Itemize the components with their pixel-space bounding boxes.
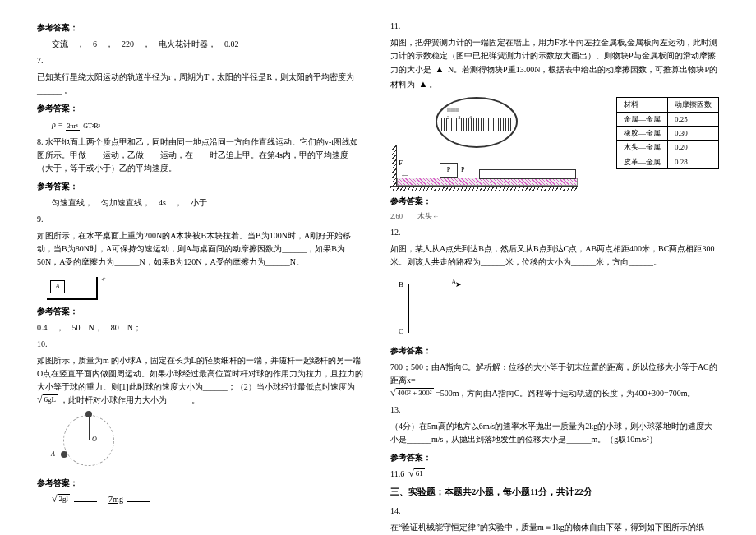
answer-label: 参考答案： xyxy=(37,180,366,193)
th-mu: 动摩擦因数 xyxy=(668,98,719,112)
cell: 0.25 xyxy=(668,112,719,126)
arrow-A: ➤ xyxy=(455,279,462,290)
answer-8: 匀速直线， 匀加速直线， 4s ， 小于 xyxy=(37,196,366,210)
cell: 木头—金属 xyxy=(617,141,668,155)
wall xyxy=(96,277,98,300)
label-O: O xyxy=(92,435,97,445)
q10-num: 10. xyxy=(37,338,366,351)
cell: 0.20 xyxy=(668,141,719,155)
q10-text-a: 如图所示，质量为m 的小球A，固定在长为L的轻质细杆的一端，并随杆一起绕杆的另一… xyxy=(37,356,363,391)
cell: 皮革—金属 xyxy=(617,155,668,168)
materials-table: 材料动摩擦因数 金属—金属0.25 橡胶—金属0.30 木头—金属0.20 皮革… xyxy=(616,97,719,169)
q10-text-b: ，此时杆对小球作用力大小为______。 xyxy=(60,395,200,404)
answer-label: 参考答案： xyxy=(37,102,366,115)
label-C: C xyxy=(399,325,403,337)
section-3-heading: 三、实验题：本题共2小题，每小题11分，共计22分 xyxy=(390,486,719,500)
left-column: 参考答案： 交流 ， 6 ， 220 ， 电火花计时器， 0.02 7. 已知某… xyxy=(25,16,378,519)
q11-num: 11. xyxy=(390,20,719,33)
answer-11: 2.60 木头← xyxy=(390,211,719,223)
force-label: F xyxy=(399,157,403,168)
q7-text: 已知某行星绕太阳运动的轨道半径为r，周期为T，太阳的半径是R，则太阳的平均密度为… xyxy=(37,71,366,97)
blank-separator xyxy=(127,495,150,502)
answer-6: 交流 ， 6 ， 220 ， 电火花计时器， 0.02 xyxy=(37,38,366,51)
answer-label: 参考答案： xyxy=(390,195,719,208)
P-indicator: P xyxy=(461,165,464,176)
ground-hatch xyxy=(390,187,578,191)
q11-figure-row: ||||||||||||2 3 4 F P P 材料动摩擦因数 金属—金属0.2… xyxy=(390,95,719,190)
magnified-ticks xyxy=(441,118,512,131)
answer-label: 参考答案： xyxy=(37,21,366,35)
q12-num: 12. xyxy=(390,226,719,239)
q14-num: 14. xyxy=(390,505,719,518)
block-A: A xyxy=(50,280,65,293)
denominator: GT²R³ xyxy=(81,122,102,130)
ans10-force: 7mg xyxy=(108,495,123,504)
q14-text: 在“验证机械能守恒定律”的实验中，质量m＝1kg的物体自由下落，得到如下图所示的… xyxy=(390,521,719,535)
answer-7: ρ = 3πr³ GT²R³ xyxy=(37,118,366,132)
blank-separator xyxy=(74,495,97,502)
numerator: 3πr³ xyxy=(66,122,80,131)
segment-BA xyxy=(408,284,454,284)
answer-10: √2gl 7mg xyxy=(37,493,366,506)
answer-9: 0.4 ， 50 N， 80 N； xyxy=(37,321,366,334)
ans13-a: 11.6 xyxy=(390,469,404,478)
answer-label: 参考答案： xyxy=(390,451,719,464)
segment-BC xyxy=(408,284,409,333)
rho: ρ = xyxy=(52,120,63,129)
ball-top xyxy=(85,411,92,417)
cell: 橡胶—金属 xyxy=(617,126,668,140)
figure-path-ABC: B A ➤ C xyxy=(390,274,472,339)
force-arrow xyxy=(400,168,435,176)
q13-num: 13. xyxy=(390,404,719,417)
answer-triangle: ▲ xyxy=(419,79,428,89)
cell: 金属—金属 xyxy=(617,112,668,126)
hatching: //// xyxy=(101,275,106,284)
answer-label: 参考答案： xyxy=(37,477,366,490)
rod xyxy=(89,415,90,440)
spring-scale-body xyxy=(479,169,576,179)
q13-text: （4分）在5m高的地方以6m/s的速率水平抛出一质量为2kg的小球，则小球落地时… xyxy=(390,420,719,446)
sqrt-2gl: √2gl xyxy=(52,494,70,504)
figure-vertical-circle: O A xyxy=(40,410,139,472)
q10-text: 如图所示，质量为m 的小球A，固定在长为L的轻质细杆的一端，并随杆一起绕杆的另一… xyxy=(37,354,366,407)
figure-spring-scale: ||||||||||||2 3 4 F P P xyxy=(390,97,579,187)
answer-12: 700；500；由A指向C。解析解：位移的大小等于初末位置的距离，所以位移大小等… xyxy=(390,361,719,400)
sqrt-pythagoras: √400² + 300² xyxy=(390,388,434,398)
answer-13: 11.6 √61 xyxy=(390,468,719,481)
sqrt-61: √61 xyxy=(408,468,425,478)
cell: 0.28 xyxy=(668,155,719,168)
answer-triangle: ▲ xyxy=(436,64,445,74)
q12-text: 如图，某人从A点先到达B点，然后又从B点到达C点，AB两点相距400米，BC两点… xyxy=(390,242,719,269)
block-P: P xyxy=(440,163,458,178)
label-B: B xyxy=(399,279,403,290)
q9-num: 9. xyxy=(37,213,366,226)
ans12-part-b: =500m，方向由A指向C。路程等于运动轨迹的长度，为400+300=700m。 xyxy=(436,389,695,398)
answer-label: 参考答案： xyxy=(390,344,719,357)
q9-text: 如图所示，在水平桌面上重为200N的A木块被B木块拉着。当B为100N时，A刚好… xyxy=(37,229,366,269)
sqrt-6gL: √6gL xyxy=(37,394,58,404)
right-column: 11. 如图，把弹簧测力计的一端固定在墙上，用力F水平向左拉金属板,金属板向左运… xyxy=(378,16,731,519)
answer-label: 参考答案： xyxy=(37,305,366,318)
q11-text: 如图，把弹簧测力计的一端固定在墙上，用力F水平向左拉金属板,金属板向左运动，此时… xyxy=(390,36,719,91)
q8-text: 8. 水平地面上两个质点甲和乙，同时由同一地点沿同一方向作直线运动。它们的v-t… xyxy=(37,136,366,175)
fraction: 3πr³ GT²R³ xyxy=(66,119,102,132)
th-material: 材料 xyxy=(617,98,668,112)
figure-block-on-table: A //// xyxy=(47,274,98,300)
label-A: A xyxy=(51,450,55,460)
ans12-part-a: 700；500；由A指向C。解析解：位移的大小等于初末位置的距离，所以位移大小等… xyxy=(390,362,717,385)
ball-A xyxy=(61,451,67,458)
cell: 0.30 xyxy=(668,126,719,140)
q7-num: 7. xyxy=(37,54,366,67)
